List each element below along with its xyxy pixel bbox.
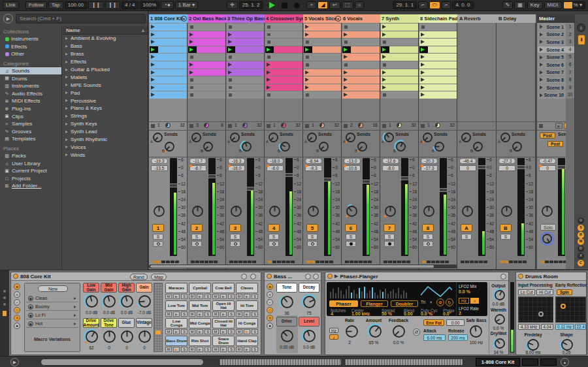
browser-item[interactable]: Synth Rhythmic [63,136,148,144]
clip-stop-slot[interactable] [227,76,264,84]
expand-icon[interactable] [65,76,68,78]
io-meter-toggle-icon[interactable]: ⦀ [578,35,585,45]
spread-value[interactable]: 50 % [382,311,392,316]
expand-icon[interactable] [65,53,68,56]
pad-mute-button[interactable]: M [165,329,172,334]
macro-value[interactable]: 0 [117,345,137,350]
macro-value[interactable]: 0 [135,345,154,350]
arm-button[interactable] [346,241,356,247]
macro-knob-1[interactable] [84,293,100,310]
pan-knob[interactable] [229,204,244,219]
clip-play-icon[interactable] [305,78,309,82]
spin-button[interactable]: Spin [557,289,572,295]
pan-knob[interactable] [460,204,475,219]
solo-button[interactable]: S [153,234,163,240]
mixer-section-toggle-r[interactable]: R [578,232,584,238]
pad-mute-button[interactable]: M [189,311,195,317]
drum-pad-open-hi-hat[interactable]: Open Hi Hat [212,300,235,311]
blend-value[interactable]: 0.00 [404,311,413,316]
param-header[interactable]: Drive [276,317,297,327]
clip-slot[interactable] [342,69,380,76]
macro-value[interactable]: 62 [82,345,101,350]
fader-handle[interactable] [557,165,566,169]
expand-icon[interactable] [65,107,68,110]
clip-stop-slot[interactable] [227,54,264,61]
clip-overview-right[interactable] [344,359,463,366]
phase-invert-button[interactable]: Ø [413,328,420,336]
clip-play-icon[interactable] [344,55,348,59]
track-header[interactable]: 3 Three Op Bass [226,14,265,23]
clip-stop-slot[interactable] [381,39,418,46]
volume-field[interactable]: -13.5 [151,165,168,171]
key-map-button[interactable]: Key [527,1,543,9]
lfo2-sync-button[interactable]: ♪ [470,298,479,304]
param-header[interactable]: Decay [299,283,319,293]
notches-value[interactable]: 4 [331,311,333,316]
view-tab-dot[interactable] [3,290,6,293]
clip-slot[interactable] [304,46,341,54]
browser-item[interactable]: Guitar & Plucked [63,66,148,74]
param-knob-decay[interactable] [301,294,318,310]
clip-slot[interactable] [265,46,302,54]
solo-button[interactable]: S [269,234,279,240]
send-b-knob[interactable] [510,140,524,153]
clip-play-icon[interactable] [421,55,425,59]
clip-slot[interactable] [150,39,187,46]
clip-slot[interactable] [150,69,187,76]
clip-stop-slot[interactable] [227,84,264,91]
clip-slot[interactable] [188,61,225,69]
input-filter-handle[interactable] [538,311,544,317]
loop-button[interactable]: ⬭ [429,1,440,9]
fader-handle[interactable] [246,187,255,191]
macro-value[interactable]: 0.0 dB [82,310,101,315]
follow-arrangement-button[interactable]: ✛ [227,1,238,9]
browser-item[interactable]: Voices [63,143,148,151]
macro-knob-2[interactable] [101,293,118,310]
mode-flanger-button[interactable]: Flanger [361,300,388,307]
clip-play-icon[interactable] [421,63,425,67]
clip-play-icon[interactable] [382,25,386,29]
pad-play-icon[interactable]: ▶ [220,311,227,317]
scene-slot[interactable]: Scene 10 [538,91,566,99]
volume-field[interactable]: -8.0 [382,165,399,171]
pad-solo-button[interactable]: S [181,294,188,299]
clip-play-icon[interactable] [151,55,155,59]
playing-clip-icon[interactable] [305,48,309,52]
computer-midi-keyboard-button[interactable]: ▦ [514,1,526,9]
horizontal-scrollbar-thumb[interactable] [150,265,434,268]
clip-slot[interactable] [150,54,187,61]
rate-knob[interactable] [344,323,360,340]
clip-stop-slot[interactable] [304,54,341,61]
clip-stop-slot[interactable] [342,24,380,31]
track-header[interactable]: B Delay [497,14,536,23]
clip-play-icon[interactable] [151,63,155,67]
device-on-icon[interactable] [13,274,18,279]
pad-solo-button[interactable]: S [228,294,235,299]
lfo-shape-arrow-icon[interactable]: ▾ [430,300,432,304]
send-b-knob[interactable] [394,140,408,153]
drum-pad-hi-tom[interactable]: Hi Tom [236,300,258,311]
punch-in-button[interactable]: ⌐ [418,1,428,9]
pad-mute-button[interactable]: M [212,311,219,317]
clip-slot[interactable] [342,54,380,61]
pad-solo-button[interactable]: S [181,329,188,334]
rate-sync-button[interactable]: ♪ [329,334,338,340]
sidebar-item-sounds[interactable]: ♫Sounds [0,67,61,75]
clip-slot[interactable] [419,91,457,99]
pad-solo-button[interactable]: S [204,347,211,352]
pad-mute-button[interactable]: M [236,329,242,334]
draw-mode-button[interactable]: ✎ [502,1,514,9]
clip-play-icon[interactable] [189,71,193,74]
drum-pad-hand-clap[interactable]: Hand Clap [236,336,258,346]
clip-slot[interactable] [304,76,341,84]
spin-amount-field[interactable]: 22.4 [575,324,586,330]
param-value[interactable]: 36 [276,311,298,315]
snapshot-icon[interactable]: ◉ [28,304,33,310]
clip-slot[interactable] [381,31,418,39]
pad-mute-button[interactable]: M [236,294,242,299]
track-activator-button[interactable]: 8 [422,224,434,232]
clip-slot[interactable] [188,31,225,39]
amount-knob[interactable] [367,323,384,340]
save-preset-icon[interactable] [313,274,319,279]
pad-solo-button[interactable]: S [252,294,258,299]
